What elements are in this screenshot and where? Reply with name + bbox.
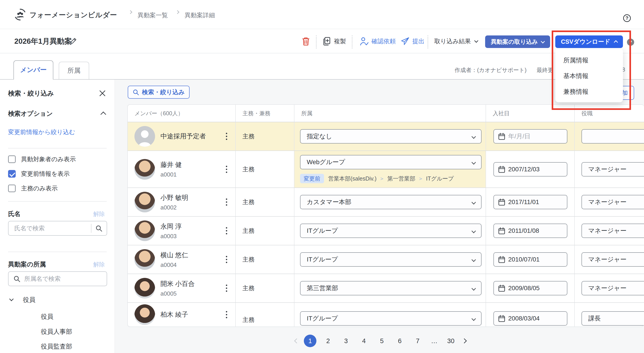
position-select[interactable]: マネージャー (582, 281, 644, 295)
department-search-input[interactable] (24, 275, 107, 282)
row-menu-icon[interactable] (226, 311, 227, 318)
tree-node-root[interactable]: 役員 (10, 296, 36, 304)
divider (91, 224, 92, 233)
department-select[interactable]: Webグループ (300, 155, 482, 169)
row-menu-icon[interactable] (226, 256, 227, 263)
submit-button[interactable]: 提出 (401, 29, 424, 53)
page-button[interactable]: 4 (358, 334, 370, 347)
breadcrumb-list-link[interactable]: 異動案一覧 (138, 11, 168, 19)
hire-date-input[interactable]: 2009/08/05 (494, 281, 567, 295)
department-select[interactable]: ITグループ (300, 252, 482, 267)
help-badge-icon[interactable]: ? (627, 39, 634, 46)
position-select[interactable] (582, 129, 644, 144)
name-search-field[interactable] (8, 221, 107, 236)
member-row: 横山 悠仁 a0004 主務 ITグループ 2010/07/01 マネージャー (128, 245, 644, 274)
import-plan-button[interactable]: 異動案の取り込み (485, 36, 550, 48)
name-search-input[interactable] (14, 225, 91, 232)
hire-date-input[interactable]: 2007/12/03 (494, 162, 567, 177)
checkbox-icon[interactable] (8, 155, 16, 163)
confirm-request-button[interactable]: 確認依頼 (360, 29, 396, 53)
divider (8, 252, 107, 252)
breadcrumb-detail: 異動案詳細 (185, 11, 215, 19)
page-button[interactable]: 3 (340, 334, 352, 347)
chevron-down-icon[interactable] (9, 297, 14, 301)
position-select[interactable]: 課長 (582, 311, 644, 326)
position-select[interactable]: マネージャー (582, 224, 644, 238)
checkbox-checked-icon[interactable] (8, 170, 16, 178)
open-search-filter-button[interactable]: 検索・絞り込み (128, 86, 190, 99)
checkbox-show-main-duty-only[interactable]: 主務のみ表示 (8, 184, 58, 193)
row-menu-icon[interactable] (226, 166, 227, 173)
page-button[interactable]: 2 (322, 334, 334, 347)
checkbox-label: 異動対象者のみ表示 (21, 155, 76, 163)
row-menu-icon[interactable] (226, 133, 227, 140)
page-button[interactable]: 7 (412, 334, 424, 347)
member-table-card: メンバー（600人） 主務・兼務 所属 入社日 役職 中途採用予定者 主務 指定… (127, 104, 644, 327)
search-filter-label: 検索・絞り込み (142, 88, 185, 96)
clear-name-filter-link[interactable]: 解除 (93, 210, 105, 218)
tree-node-label: 役員 (41, 312, 53, 321)
import-result-menu[interactable]: 取り込み結果 (434, 29, 478, 53)
chevron-down-icon (474, 39, 478, 43)
department-select[interactable]: 指定なし (300, 129, 482, 144)
department-select[interactable]: ITグループ (300, 224, 482, 238)
department-select[interactable]: ITグループ (300, 311, 482, 326)
department-search-field[interactable] (8, 271, 107, 286)
duplicate-button[interactable]: 複製 (323, 29, 346, 53)
tree-node-child[interactable]: 役員監査部 (41, 342, 72, 351)
menu-item-concurrent-info[interactable]: 兼務情報 (555, 84, 623, 100)
department-select[interactable]: 第三営業部 (300, 281, 482, 295)
hire-date-input[interactable]: 2008/03/04 (494, 311, 567, 326)
member-name: 横山 悠仁 (160, 251, 188, 260)
menu-item-basic-info[interactable]: 基本情報 (555, 68, 623, 84)
prev-page-icon[interactable] (294, 338, 299, 343)
page-button[interactable]: 1 (304, 334, 316, 347)
page-button[interactable]: 6 (394, 334, 406, 347)
collapse-section-icon[interactable] (100, 112, 106, 117)
hire-date-input[interactable]: 2010/07/01 (494, 252, 567, 267)
close-panel-icon[interactable] (98, 90, 106, 97)
next-page-icon[interactable] (462, 338, 467, 343)
calendar-icon (498, 315, 505, 322)
clear-department-filter-link[interactable]: 解除 (93, 261, 105, 268)
filter-by-before-link[interactable]: 変更前情報から絞り込む (8, 128, 75, 136)
delete-button[interactable] (302, 29, 310, 53)
member-row: 藤井 健 a0001 主務 Webグループ 変更前 営業本部(salesDiv.… (128, 151, 644, 188)
csv-download-label: CSVダウンロード (561, 38, 610, 46)
member-name: 柏木 綾子 (160, 310, 188, 319)
page-button[interactable]: 30 (444, 334, 457, 347)
tree-node-label: 役員人事部 (41, 327, 72, 336)
help-icon[interactable]: ? (623, 14, 631, 22)
position-select[interactable]: マネージャー (582, 162, 644, 177)
hire-date-input[interactable]: 年/月/日 (494, 129, 567, 144)
filter-panel-title: 検索・絞り込み (8, 89, 54, 98)
member-row: 中途採用予定者 主務 指定なし 年/月/日 (128, 122, 644, 151)
position-select[interactable]: マネージャー (582, 195, 644, 209)
chevron-down-icon (472, 200, 476, 205)
row-menu-icon[interactable] (226, 285, 227, 292)
before-change-info: 変更前 営業本部(salesDiv.) ＞ 第一営業部 ＞ ITグループ (300, 174, 454, 183)
tree-node-child[interactable]: 役員 (41, 312, 53, 321)
checkbox-icon[interactable] (8, 185, 16, 192)
calendar-icon (498, 285, 505, 292)
formation-builder-logo-icon (14, 9, 26, 22)
pagination: 1 2 3 4 5 6 7 … 30 (295, 334, 466, 347)
row-menu-icon[interactable] (226, 198, 227, 206)
member-row: 開米 小百合 a0005 主務 第三営業部 2009/08/05 マネージャー (128, 274, 644, 303)
hire-date-input[interactable]: 2017/11/01 (494, 195, 567, 209)
hire-date-input[interactable]: 2011/01/08 (494, 224, 567, 238)
tree-node-child[interactable]: 役員人事部 (41, 327, 72, 336)
checkbox-show-before-info[interactable]: 変更前情報を表示 (8, 169, 70, 178)
tab-members[interactable]: メンバー (14, 60, 53, 79)
tab-departments[interactable]: 所属 (59, 62, 89, 79)
department-select[interactable]: カスタマー本部 (300, 195, 482, 209)
menu-item-department-info[interactable]: 所属情報 (555, 53, 623, 68)
page-button[interactable]: 5 (376, 334, 388, 347)
member-row: 小野 敏明 a0002 主務 カスタマー本部 2017/11/01 マネージャー (128, 188, 644, 217)
csv-download-button[interactable]: CSVダウンロード (555, 36, 623, 48)
edit-title-icon[interactable] (70, 37, 77, 45)
checkbox-show-targets-only[interactable]: 異動対象者のみ表示 (8, 155, 76, 164)
search-icon[interactable] (96, 225, 102, 232)
position-select[interactable]: マネージャー (582, 252, 644, 267)
row-menu-icon[interactable] (226, 227, 227, 234)
